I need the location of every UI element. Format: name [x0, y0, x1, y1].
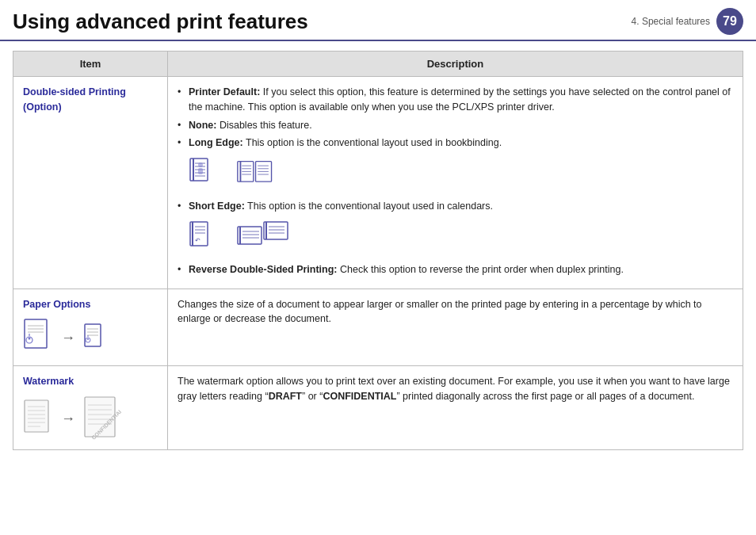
bullet-list-reverse: Reverse Double-Sided Printing: Check thi… [178, 262, 733, 277]
paper-options-icons: → [23, 318, 158, 357]
watermark-bold-draft: DRAFT [269, 391, 302, 402]
header-right: 4. Special features 79 [632, 8, 743, 35]
features-table: Item Description Double-sided Printing(O… [13, 51, 743, 450]
table-header-row: Item Description [13, 52, 743, 77]
svg-point-7 [198, 162, 203, 167]
chapter-label: 4. Special features [632, 16, 710, 27]
watermark-description-text: The watermark option allows you to print… [178, 376, 730, 402]
table-row: Watermark → [13, 366, 743, 450]
bullet-label: Printer Default: [189, 86, 260, 97]
bullet-text: Disables this feature. [220, 120, 312, 131]
list-item: Short Edge: This option is the conventio… [178, 199, 733, 214]
svg-rect-31 [264, 222, 288, 239]
list-item: Reverse Double-Sided Printing: Check thi… [178, 262, 733, 277]
item-label-watermark: Watermark [23, 376, 74, 387]
main-content: Item Description Double-sided Printing(O… [0, 41, 756, 460]
col-header-description: Description [168, 52, 743, 77]
paper-doc-icon-2 [83, 323, 105, 353]
paper-doc-icon-1 [23, 318, 53, 357]
item-label-paper: Paper Options [23, 299, 90, 310]
duplex-book-icon-2 [236, 157, 276, 193]
watermark-label: Watermark [23, 374, 158, 389]
svg-rect-1 [193, 159, 194, 181]
bullet-label: None: [189, 120, 216, 131]
short-edge-icons: ↶ [189, 220, 733, 256]
watermark-icons: → CONFIDENTIAL [23, 396, 158, 441]
paper-options-label: Paper Options [23, 297, 158, 312]
table-row: Paper Options [13, 289, 743, 366]
bullet-label: Long Edge: [189, 137, 243, 148]
title-area: Using advanced print features [13, 10, 308, 34]
bullet-text: If you select this option, this feature … [189, 86, 731, 113]
item-cell-watermark: Watermark → [13, 366, 168, 450]
svg-rect-36 [25, 319, 47, 348]
short-edge-icon-2 [236, 220, 292, 256]
page-header: Using advanced print features 4. Special… [0, 0, 756, 41]
desc-cell-duplex: Printer Default: If you select this opti… [168, 77, 743, 289]
long-edge-icons [189, 157, 733, 193]
table-row: Double-sided Printing(Option) Printer De… [13, 77, 743, 289]
duplex-book-icon-1 [189, 157, 228, 193]
item-cell-duplex: Double-sided Printing(Option) [13, 77, 168, 289]
svg-rect-26 [238, 227, 262, 244]
bullet-label: Reverse Double-Sided Printing: [189, 264, 338, 275]
bullet-text: Check this option to reverse the print o… [340, 264, 624, 275]
svg-point-49 [87, 338, 89, 340]
item-cell-paper: Paper Options [13, 289, 168, 366]
svg-rect-10 [240, 162, 242, 182]
desc-cell-watermark: The watermark option allows you to print… [168, 366, 743, 450]
list-item: Long Edge: This option is the convention… [178, 136, 733, 151]
col-header-item: Item [13, 52, 168, 77]
watermark-doc-icon-1 [23, 399, 53, 438]
item-label-duplex: Double-sided Printing(Option) [23, 86, 126, 113]
svg-point-42 [29, 338, 31, 340]
paper-options-description: Changes the size of a document to appear… [178, 299, 702, 325]
list-item: None: Disables this feature. [178, 118, 733, 133]
page-number: 79 [716, 8, 743, 35]
bullet-text: This option is the conventional layout u… [247, 201, 493, 212]
watermark-doc-icon-2: CONFIDENTIAL [83, 396, 121, 441]
list-item: Printer Default: If you select this opti… [178, 85, 733, 115]
svg-rect-8 [198, 168, 203, 174]
short-edge-icon-1: ↶ [189, 220, 228, 256]
bullet-label: Short Edge: [189, 201, 245, 212]
arrow-right-icon-2: → [61, 408, 75, 430]
page-title: Using advanced print features [13, 10, 308, 34]
arrow-right-icon: → [61, 327, 75, 349]
bullet-list-short-edge: Short Edge: This option is the conventio… [178, 199, 733, 214]
bullet-text: This option is the conventional layout u… [246, 137, 502, 148]
bullet-list-duplex: Printer Default: If you select this opti… [178, 85, 733, 151]
svg-rect-50 [25, 400, 48, 432]
svg-text:↶: ↶ [195, 237, 200, 244]
desc-cell-paper: Changes the size of a document to appear… [168, 289, 743, 366]
watermark-bold-confidential: CONFIDENTIAL [323, 391, 396, 402]
